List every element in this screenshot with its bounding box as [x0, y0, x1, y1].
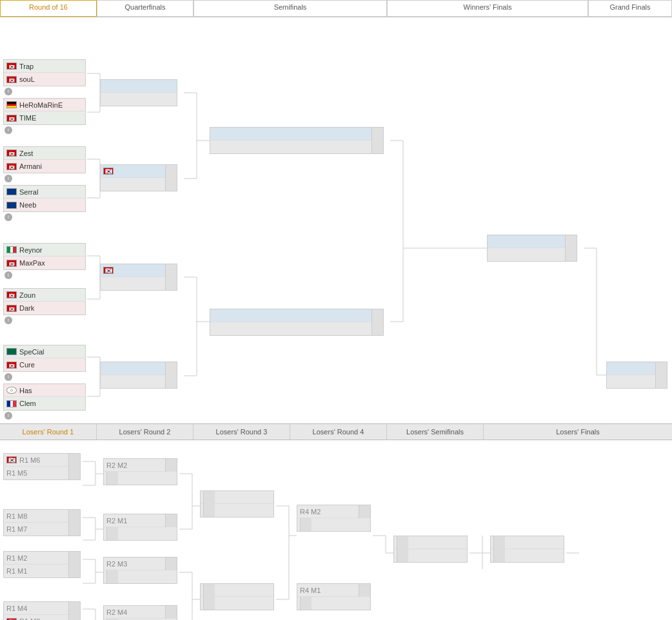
info-icon[interactable]: i [5, 373, 12, 381]
player-row [104, 570, 177, 583]
player-row [210, 140, 383, 153]
player-row [491, 536, 564, 549]
match-box: 🇰🇷 Zest 🇰🇷 Armani [3, 146, 86, 173]
player-row: 🇰🇷 [101, 264, 177, 277]
flag-kr: 🇰🇷 [103, 267, 114, 274]
flag-kr: 🇰🇷 [6, 115, 17, 122]
losers-r2-header: Losers' Round 2 [97, 424, 193, 440]
player-row: R1 M1 [4, 565, 80, 577]
lr1-match4: R1 M4 🇰🇷 R1 M3 [3, 601, 81, 620]
info-icon[interactable]: i [5, 412, 12, 420]
player-row: R2 M3 [104, 557, 177, 570]
match-box: R2 M3 [103, 557, 177, 584]
player-name: R1 M8 [6, 512, 68, 520]
player-name: HeRoMaRinE [19, 101, 85, 109]
player-row: Serral [4, 186, 85, 199]
player-row [101, 80, 177, 93]
player-name: R2 M3 [106, 560, 165, 568]
player-name: R1 M4 [6, 605, 68, 612]
match-box [100, 79, 177, 106]
player-row [201, 504, 273, 517]
player-name: R1 M7 [6, 525, 68, 533]
player-row [297, 518, 370, 531]
player-row [607, 375, 667, 388]
qf-match4 [100, 362, 177, 389]
info-icon[interactable]: i [5, 175, 12, 182]
player-name: R2 M1 [106, 517, 165, 525]
losers-semifinals [393, 536, 468, 563]
losers-headers: Losers' Round 1 Losers' Round 2 Losers' … [0, 423, 672, 440]
player-row: R2 M2 [104, 459, 177, 472]
match-box [100, 362, 177, 389]
player-name: R1 M3 [19, 617, 68, 620]
match-box: R2 M2 [103, 458, 177, 485]
flag-kr: 🇰🇷 [6, 305, 17, 312]
player-name: R1 M2 [6, 554, 68, 562]
player-row [607, 362, 667, 375]
lr4-match1: R4 M2 [297, 505, 371, 532]
player-row [297, 597, 370, 610]
match-box: R1 M4 🇰🇷 R1 M3 [3, 601, 81, 620]
lr4-match2: R4 M1 [297, 583, 371, 610]
player-row: R1 M7 [4, 523, 80, 536]
match-box: Reynor 🇰🇷 MaxPax [3, 243, 86, 270]
player-row: R2 M1 [104, 514, 177, 527]
lr3-match2 [200, 583, 274, 610]
player-name: Has [19, 387, 85, 394]
flag-kr: 🇰🇷 [6, 362, 17, 369]
player-name: Armani [19, 162, 85, 170]
match-box [606, 362, 667, 389]
match-box: R2 M4 [103, 605, 177, 620]
player-row: 🇰🇷 [101, 165, 177, 178]
flag-it [6, 246, 17, 253]
player-name: R1 M6 [19, 456, 68, 464]
info-icon[interactable]: i [5, 213, 12, 221]
match-box [490, 536, 564, 563]
player-name: Cure [19, 361, 85, 369]
info-icon[interactable]: i [5, 88, 12, 95]
match-box: R1 M8 R1 M7 [3, 509, 81, 536]
match-box: 🇰🇷 [100, 264, 177, 291]
match-box: SpeCial 🇰🇷 Cure [3, 345, 86, 372]
player-name: R4 M1 [300, 586, 359, 594]
player-row [101, 375, 177, 388]
match-box [210, 309, 384, 336]
player-name: Zoun [19, 291, 85, 299]
player-name: Zest [19, 150, 85, 157]
losers-r4-header: Losers' Round 4 [290, 424, 387, 440]
info-icon[interactable]: i [5, 271, 12, 279]
player-row [394, 536, 467, 549]
lr1-match1: 🇰🇷 R1 M6 R1 M5 [3, 453, 81, 480]
qf-match3: 🇰🇷 [100, 264, 177, 291]
info-icon[interactable]: i [5, 126, 12, 134]
player-name: R2 M4 [106, 608, 165, 616]
player-row: SpeCial [4, 345, 85, 358]
match-box: ○ Has Clem [3, 383, 86, 411]
player-row [210, 128, 383, 140]
header-r16: Round of 16 [0, 0, 97, 17]
losers-r1-header: Losers' Round 1 [0, 424, 97, 440]
flag-kr: 🇰🇷 [6, 150, 17, 157]
player-row: R1 M8 [4, 510, 80, 523]
player-row: 🇰🇷 R1 M6 [4, 454, 80, 467]
winners-bracket: 🇰🇷 Trap 🇰🇷 souL i HeRoMaRinE 🇰🇷 T [0, 17, 672, 423]
player-row [104, 527, 177, 540]
player-row: 🇰🇷 Dark [4, 302, 85, 315]
info-icon[interactable]: i [5, 316, 12, 324]
flag-mx [6, 348, 17, 355]
match-box: 🇰🇷 R1 M6 R1 M5 [3, 453, 81, 480]
player-row: 🇰🇷 Cure [4, 358, 85, 371]
r16-match1: 🇰🇷 Trap 🇰🇷 souL i [3, 59, 86, 95]
r16-match8: ○ Has Clem i [3, 383, 86, 420]
match-box: 🇰🇷 [100, 164, 177, 191]
qf-match1 [100, 79, 177, 106]
match-box: R1 M2 R1 M1 [3, 551, 81, 578]
match-box [200, 583, 274, 610]
r16-match7: SpeCial 🇰🇷 Cure i [3, 345, 86, 381]
player-row: Clem [4, 397, 85, 410]
r16-match3: 🇰🇷 Zest 🇰🇷 Armani i [3, 146, 86, 182]
player-row: R1 M4 [4, 602, 80, 615]
flag-de [6, 101, 17, 108]
r16-match6: 🇰🇷 Zoun 🇰🇷 Dark i [3, 288, 86, 324]
match-box [487, 235, 577, 262]
